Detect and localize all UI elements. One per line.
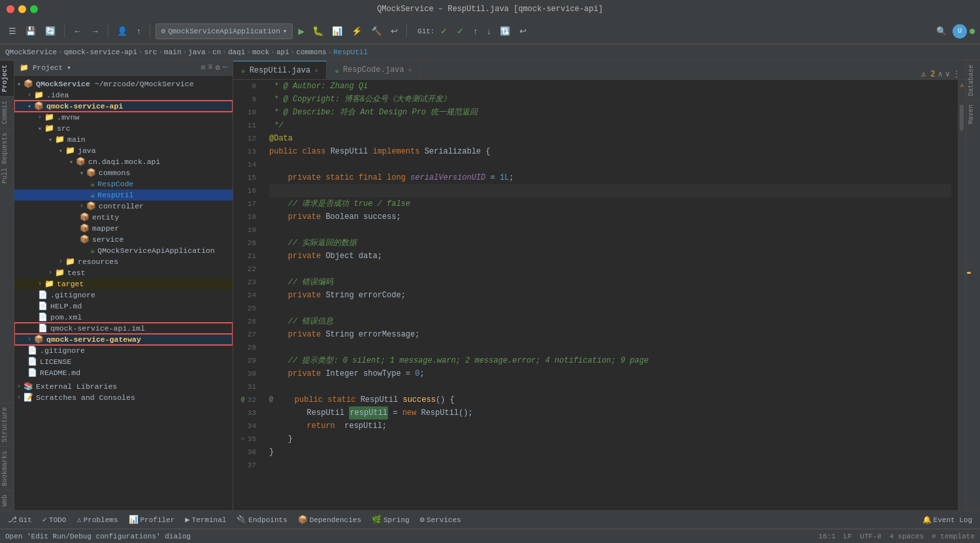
git-tick-btn[interactable]: ✓ <box>453 24 467 38</box>
tree-item-respcode[interactable]: ☕ RespCode <box>14 178 233 189</box>
toolbar-nav-btn[interactable]: ↑ <box>133 24 144 38</box>
tree-item-iml[interactable]: 📄 qmock-service-api.iml <box>14 323 233 334</box>
breadcrumb-resputil[interactable]: RespUtil <box>333 48 368 56</box>
tree-item-test[interactable]: › 📁 test <box>14 267 233 278</box>
breadcrumb-cn[interactable]: cn <box>212 48 221 56</box>
toolbar-back-btn[interactable]: ← <box>70 24 85 38</box>
tree-item-license[interactable]: 📄 LICENSE <box>14 356 233 367</box>
structure-side-tab[interactable]: Structure <box>0 403 14 446</box>
tab-close-respcode[interactable]: ✕ <box>408 66 412 74</box>
tabs-more-icon[interactable]: ⋮ <box>953 69 960 79</box>
database-side-tab[interactable]: Database <box>966 60 980 100</box>
editor-scrollbar[interactable]: ⚠ <box>958 80 966 510</box>
build-btn[interactable]: 🔨 <box>368 24 385 38</box>
maven-side-tab[interactable]: Maven <box>966 100 980 128</box>
tree-item-controller[interactable]: › 📦 controller <box>14 201 233 212</box>
tree-item-gateway-module[interactable]: › 📦 qmock-service-gateway <box>14 334 233 345</box>
debug-button[interactable]: 🐛 <box>310 24 326 38</box>
tree-item-api-module[interactable]: ▾ 📦 qmock-service-api <box>14 101 233 112</box>
tree-item-commons[interactable]: ▾ 📦 commons <box>14 167 233 178</box>
toolbar-save-btn[interactable]: 💾 <box>22 24 39 38</box>
tree-item-gitignore-api[interactable]: 📄 .gitignore <box>14 289 233 301</box>
tree-item-service[interactable]: 📦 service <box>14 234 233 245</box>
stop-btn[interactable]: ↩ <box>387 24 401 38</box>
close-button[interactable] <box>7 5 14 13</box>
git-log-btn[interactable]: ↩ <box>516 24 530 38</box>
tab-close-resputil[interactable]: ✕ <box>314 67 318 74</box>
status-indent[interactable]: 4 spaces <box>889 533 924 540</box>
tree-item-entity[interactable]: 📦 entity <box>14 212 233 223</box>
commit-side-tab[interactable]: Commit <box>0 96 14 128</box>
sidebar-sort-icon[interactable]: ≡ <box>208 63 212 73</box>
breadcrumb-commons[interactable]: commons <box>296 48 326 56</box>
tree-item-resources[interactable]: › 📁 resources <box>14 256 233 267</box>
tree-item-mvnw[interactable]: › 📁 .mvnw <box>14 112 233 123</box>
minimize-button[interactable] <box>18 5 26 13</box>
scrollbar-thumb[interactable] <box>960 105 964 131</box>
tree-item-scratches[interactable]: › 📝 Scratches and Consoles <box>14 392 233 403</box>
run-config-dropdown[interactable]: ⚙ QmockServiceApiApplication ▾ <box>155 24 293 39</box>
tree-item-idea[interactable]: › 📁 .idea <box>14 90 233 101</box>
tree-item-target[interactable]: › 📁 target <box>14 278 233 289</box>
breadcrumb-java[interactable]: java <box>188 48 205 56</box>
breadcrumb-api[interactable]: qmock-service-api <box>64 48 137 56</box>
tree-item-java-dir[interactable]: ▾ 📁 java <box>14 145 233 156</box>
breadcrumb-api2[interactable]: api <box>276 48 289 56</box>
breadcrumb-qmockservice[interactable]: QMockService <box>5 48 57 56</box>
bookmarks-side-tab[interactable]: Bookmarks <box>0 446 14 490</box>
tree-item-app[interactable]: ☕ QMockServiceApiApplication <box>14 245 233 256</box>
terminal-bottom-btn[interactable]: ▶ Terminal <box>182 514 229 526</box>
git-revert-btn[interactable]: 🔃 <box>497 24 514 38</box>
status-template[interactable]: # template <box>932 533 975 540</box>
window-controls[interactable] <box>7 5 38 13</box>
git-bottom-btn[interactable]: ⎇ Git <box>5 514 35 526</box>
problems-bottom-btn[interactable]: ⚠ Problems <box>74 514 120 526</box>
tree-item-readme[interactable]: 📄 README.md <box>14 367 233 378</box>
tab-respcode[interactable]: ☕ RespCode.java ✕ <box>327 61 420 79</box>
user-avatar[interactable]: U <box>953 24 967 39</box>
breadcrumb-src[interactable]: src <box>144 48 157 56</box>
tree-item-pomxml[interactable]: 📄 pom.xml <box>14 312 233 323</box>
tree-item-ext-libs[interactable]: › 📚 External Libraries <box>14 381 233 392</box>
maximize-button[interactable] <box>30 5 38 13</box>
git-pull-btn[interactable]: ↓ <box>483 24 495 38</box>
project-header-arrow[interactable]: ▾ <box>67 63 71 72</box>
sidebar-close-icon[interactable]: — <box>223 63 227 73</box>
tree-item-resputil[interactable]: ☕ RespUtil <box>14 189 233 201</box>
status-position[interactable]: 16:1 <box>819 533 836 540</box>
sidebar-scroll-icon[interactable]: ⊙ <box>201 63 205 73</box>
pull-requests-side-tab[interactable]: Pull Requests <box>0 128 14 188</box>
tree-item-main[interactable]: ▾ 📁 main <box>14 134 233 145</box>
project-side-tab[interactable]: Project <box>0 60 14 96</box>
profile-btn[interactable]: ⚡ <box>348 24 365 38</box>
toolbar-menu-btn[interactable]: ☰ <box>5 24 20 38</box>
tree-item-package-root[interactable]: ▾ 📦 cn.daqi.mock.api <box>14 156 233 167</box>
profiler-bottom-btn[interactable]: 📊 Profiler <box>126 514 178 526</box>
nav-up-icon[interactable]: ∧ <box>938 69 943 79</box>
endpoints-bottom-btn[interactable]: 🔌 Endpoints <box>234 514 289 526</box>
breadcrumb-daqi[interactable]: daqi <box>228 48 245 56</box>
services-bottom-btn[interactable]: ⚙ Services <box>417 514 464 526</box>
run-button[interactable]: ▶ <box>295 24 307 39</box>
sidebar-config-icon[interactable]: ⚙ <box>216 63 220 73</box>
search-toolbar-btn[interactable]: 🔍 <box>933 24 950 38</box>
git-push-btn[interactable]: ↑ <box>470 24 481 38</box>
toolbar-forward-btn[interactable]: → <box>88 24 103 38</box>
coverage-btn[interactable]: 📊 <box>329 24 346 38</box>
toolbar-sync-btn[interactable]: 🔄 <box>42 24 59 38</box>
nav-down-icon[interactable]: ∨ <box>945 69 950 79</box>
dependencies-bottom-btn[interactable]: 📦 Dependencies <box>295 514 364 526</box>
tree-item-gitignore-root[interactable]: 📄 .gitignore <box>14 345 233 356</box>
status-encoding[interactable]: UTF-8 <box>860 533 881 540</box>
spring-bottom-btn[interactable]: 🌿 Spring <box>369 514 412 526</box>
tree-item-helpmd[interactable]: 📄 HELP.md <box>14 301 233 312</box>
toolbar-vcs-btn[interactable]: 👤 <box>114 24 131 38</box>
tab-resputil[interactable]: ☕ RespUtil.java ✕ <box>233 61 327 79</box>
git-check-btn[interactable]: ✓ <box>437 24 451 38</box>
tree-item-root[interactable]: ▾ 📦 QMockService ~/mrzcode/QMockService <box>14 78 233 90</box>
event-log-btn[interactable]: 🔔 Event Log <box>920 514 975 525</box>
breadcrumb-mock[interactable]: mock <box>252 48 269 56</box>
web-side-tab[interactable]: Web <box>0 490 14 510</box>
breadcrumb-main[interactable]: main <box>164 48 181 56</box>
todo-bottom-btn[interactable]: ✓ TODO <box>40 514 69 526</box>
